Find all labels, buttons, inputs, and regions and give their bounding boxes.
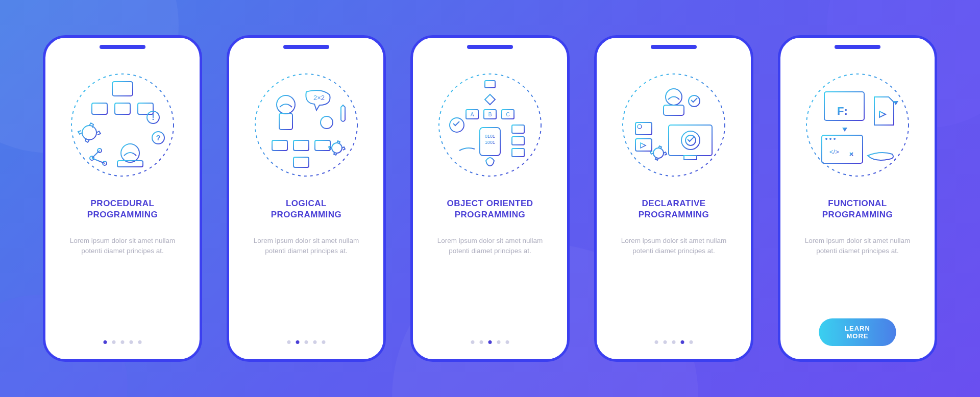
onboarding-phones-row: ! ? PROCEDURAL PROGRAMMING Lorem ipsum d…	[43, 35, 937, 362]
dot[interactable]	[506, 340, 509, 344]
pagination-dots	[655, 340, 693, 344]
dot[interactable]	[121, 340, 125, 344]
svg-rect-4	[92, 103, 107, 114]
screen-title: OBJECT ORIENTED PROGRAMMING	[447, 198, 533, 220]
svg-text:B: B	[488, 112, 492, 117]
svg-rect-57	[664, 105, 684, 115]
svg-line-18	[92, 158, 105, 163]
dot[interactable]	[471, 340, 475, 344]
declarative-icon	[615, 66, 732, 184]
phone-logical: 2×2 LOGICAL PROGRAMMING Lorem ipsum dolo…	[227, 35, 386, 362]
svg-rect-78	[822, 135, 863, 163]
svg-rect-5	[115, 103, 130, 114]
svg-point-68	[653, 148, 664, 158]
dot[interactable]	[313, 340, 317, 344]
dot[interactable]	[287, 340, 291, 344]
svg-text:A: A	[471, 112, 474, 117]
screen-title: PROCEDURAL PROGRAMMING	[87, 198, 158, 220]
dot[interactable]	[672, 340, 676, 344]
dot[interactable]	[104, 340, 107, 344]
functional-icon: F: </>	[799, 66, 916, 184]
svg-point-60	[638, 125, 642, 129]
dot[interactable]	[488, 340, 492, 344]
pagination-dots	[287, 340, 326, 344]
svg-text:!: !	[152, 113, 154, 121]
svg-text:2×2: 2×2	[313, 94, 325, 102]
logical-icon: 2×2	[248, 66, 365, 184]
svg-rect-26	[272, 140, 287, 151]
svg-marker-75	[879, 111, 886, 117]
phone-functional: F: </> FUNCTIONAL PROGRAMMING Lorem ipsu…	[778, 35, 937, 362]
screen-description: Lorem ipsum dolor sit amet nullam potent…	[66, 236, 179, 257]
dot[interactable]	[112, 340, 116, 344]
screen-description: Lorem ipsum dolor sit amet nullam potent…	[434, 236, 546, 257]
svg-point-81	[829, 138, 831, 140]
screen-description: Lorem ipsum dolor sit amet nullam potent…	[250, 236, 362, 257]
svg-rect-21	[279, 113, 292, 130]
dot[interactable]	[296, 340, 300, 344]
svg-rect-32	[293, 157, 309, 167]
svg-point-80	[825, 138, 827, 140]
screen-description: Lorem ipsum dolor sit amet nullam potent…	[801, 236, 914, 257]
phone-declarative: DECLARATIVE PROGRAMMING Lorem ipsum dolo…	[594, 35, 753, 362]
dot[interactable]	[130, 340, 133, 344]
pagination-dots	[471, 340, 509, 344]
svg-marker-62	[641, 143, 646, 148]
svg-rect-64	[684, 156, 697, 160]
svg-text:</>: </>	[829, 148, 839, 156]
phone-procedural: ! ? PROCEDURAL PROGRAMMING Lorem ipsum d…	[43, 35, 202, 362]
svg-rect-61	[635, 139, 652, 151]
screen-title: DECLARATIVE PROGRAMMING	[639, 198, 709, 220]
dot[interactable]	[655, 340, 658, 344]
svg-point-7	[82, 126, 96, 140]
svg-text:F:: F:	[837, 105, 848, 117]
svg-line-17	[92, 151, 100, 158]
screen-description: Lorem ipsum dolor sit amet nullam potent…	[618, 236, 730, 257]
svg-text:0101: 0101	[485, 134, 495, 139]
svg-point-33	[332, 143, 342, 153]
svg-rect-28	[315, 140, 330, 151]
svg-rect-6	[138, 103, 153, 114]
svg-marker-74	[842, 128, 847, 132]
learn-more-button[interactable]: LEARN MORE	[819, 318, 896, 346]
svg-point-23	[321, 116, 333, 129]
svg-rect-59	[635, 122, 652, 135]
svg-rect-52	[512, 148, 524, 157]
svg-text:?: ?	[156, 134, 161, 142]
dot[interactable]	[690, 340, 693, 344]
svg-rect-50	[512, 125, 524, 133]
pagination-dots	[104, 340, 142, 344]
svg-rect-35	[485, 81, 495, 88]
dot[interactable]	[497, 340, 501, 344]
dot[interactable]	[664, 340, 667, 344]
svg-point-82	[834, 138, 836, 140]
dot[interactable]	[305, 340, 308, 344]
svg-point-19	[255, 74, 357, 176]
dot[interactable]	[480, 340, 483, 344]
screen-title: FUNCTIONAL PROGRAMMING	[822, 198, 893, 220]
dot[interactable]	[322, 340, 326, 344]
oop-icon: A B C 0101 1001	[431, 66, 549, 184]
svg-rect-51	[512, 137, 524, 145]
dot[interactable]	[681, 340, 684, 344]
dot[interactable]	[138, 340, 142, 344]
svg-rect-1	[112, 82, 133, 96]
svg-rect-13	[117, 161, 143, 167]
svg-point-46	[450, 118, 464, 132]
svg-rect-27	[293, 140, 309, 151]
screen-title: LOGICAL PROGRAMMING	[271, 198, 342, 220]
procedural-icon: ! ?	[64, 66, 181, 184]
svg-text:C: C	[506, 112, 509, 117]
svg-text:1001: 1001	[485, 140, 495, 145]
svg-marker-37	[485, 94, 495, 105]
phone-oop: A B C 0101 1001 OBJECT ORIENTED PROGRAMM…	[410, 35, 570, 362]
